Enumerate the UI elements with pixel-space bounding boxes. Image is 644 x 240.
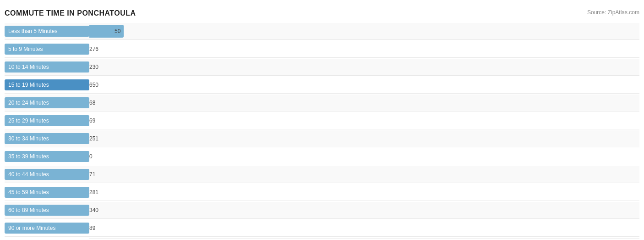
chart-container: COMMUTE TIME IN PONCHATOULA Source: ZipA… [5,9,639,240]
bar-value: 276 [89,46,98,52]
chart-source: Source: ZipAtlas.com [587,9,639,16]
bar-track: 0 [89,150,639,163]
bar-label: 90 or more Minutes [5,223,89,234]
bar-label: 20 to 24 Minutes [5,97,89,108]
bar-label: 45 to 59 Minutes [5,187,89,198]
bar-row: 45 to 59 Minutes281 [5,184,639,201]
bar-track: 69 [89,114,639,127]
bar-track: 650 [89,78,639,91]
bar-label: 5 to 9 Minutes [5,44,89,55]
bar-label: 35 to 39 Minutes [5,151,89,162]
bar-row: 20 to 24 Minutes68 [5,95,639,112]
bar-row: 5 to 9 Minutes276 [5,41,639,58]
bar-track: 276 [89,43,639,56]
bar-label: 15 to 19 Minutes [5,79,89,90]
bar-value: 69 [89,117,95,124]
bar-track: 340 [89,204,639,217]
bar-label: Less than 5 Minutes [5,26,89,37]
chart-title: COMMUTE TIME IN PONCHATOULA [5,9,136,17]
bar-value: 68 [89,100,95,106]
bar-value: 50 [115,28,120,34]
bar-track: 71 [89,168,639,181]
bar-row: 15 to 19 Minutes650 [5,77,639,94]
bar-value: 71 [89,171,95,178]
bar-track: 68 [89,96,639,109]
bar-row: 90 or more Minutes89 [5,220,639,237]
bar-label: 10 to 14 Minutes [5,61,89,73]
chart-area: Less than 5 Minutes505 to 9 Minutes27610… [5,23,639,240]
bar-track: 230 [89,61,639,73]
bar-track: 281 [89,186,639,199]
bar-value: 281 [89,189,98,195]
bar-row: Less than 5 Minutes50 [5,23,639,40]
bar-value: 89 [89,225,95,231]
bar-row: 40 to 44 Minutes71 [5,166,639,183]
bar-value: 230 [89,64,98,70]
bar-track: 89 [89,222,639,234]
bar-label: 40 to 44 Minutes [5,169,89,180]
chart-header: COMMUTE TIME IN PONCHATOULA Source: ZipA… [5,9,639,17]
bar-label: 60 to 89 Minutes [5,205,89,216]
bar-value: 251 [89,135,98,142]
bar-track: 50 [89,25,639,38]
bar-row: 25 to 29 Minutes69 [5,112,639,129]
bar-track: 251 [89,132,639,145]
bar-value: 340 [89,207,98,213]
bar-value: 0 [89,153,93,160]
bar-row: 35 to 39 Minutes0 [5,148,639,165]
bar-label: 25 to 29 Minutes [5,115,89,126]
bar-value: 650 [89,82,98,88]
bar-row: 10 to 14 Minutes230 [5,59,639,76]
bar-row: 30 to 34 Minutes251 [5,130,639,147]
bar-row: 60 to 89 Minutes340 [5,202,639,219]
bar-label: 30 to 34 Minutes [5,133,89,144]
